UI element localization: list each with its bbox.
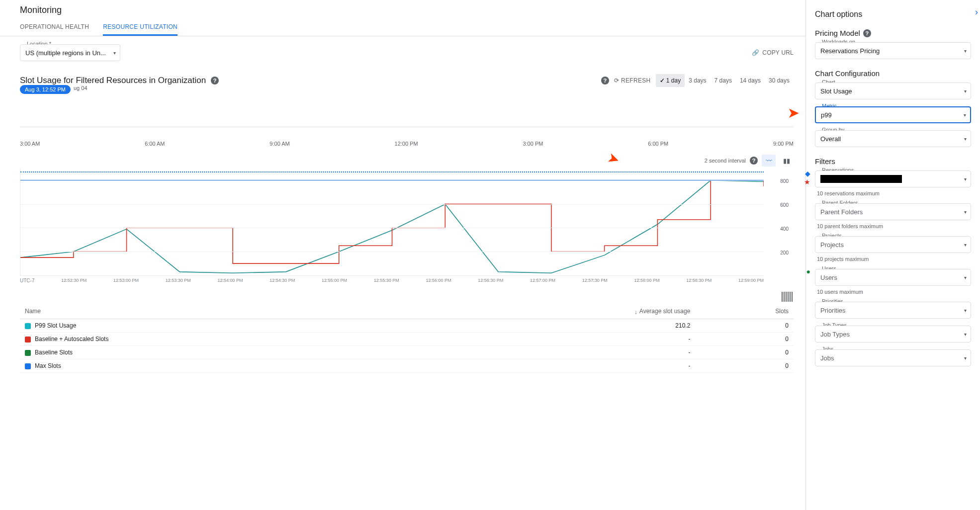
range-14days[interactable]: 14 days bbox=[736, 74, 765, 87]
series-swatch bbox=[25, 363, 31, 369]
legend-table: Name↓Average slot usageSlots P99 Slot Us… bbox=[20, 304, 794, 373]
line-chart-button[interactable]: 〰 bbox=[762, 155, 776, 167]
filter-jobs[interactable]: JobsJobs bbox=[815, 349, 971, 366]
line-chart-icon: 〰 bbox=[766, 157, 772, 165]
col-average-slot-usage[interactable]: ↓Average slot usage bbox=[417, 304, 696, 319]
filter-projects[interactable]: ProjectsProjects bbox=[815, 236, 971, 253]
page-title: Monitoring bbox=[0, 0, 805, 19]
chart-config-heading: Chart Configuration bbox=[815, 69, 971, 78]
timeline-ticks: 3:00 AM6:00 AM9:00 AM12:00 PM3:00 PM6:00… bbox=[20, 141, 794, 147]
link-icon: 🔗 bbox=[752, 49, 759, 56]
column-settings-button[interactable] bbox=[782, 292, 794, 302]
filter-reservations[interactable]: Reservations bbox=[815, 170, 971, 187]
tab-resource-utilization[interactable]: RESOURCE UTILIZATION bbox=[103, 19, 178, 36]
help-icon[interactable]: ? bbox=[863, 29, 871, 37]
filter-job-types[interactable]: Job TypesJob Types bbox=[815, 326, 971, 342]
copy-url-button[interactable]: 🔗 COPY URL bbox=[752, 49, 794, 56]
range-30days[interactable]: 30 days bbox=[765, 74, 794, 87]
date-label: ug 04 bbox=[74, 85, 88, 91]
pricing-model-heading: Pricing Model? bbox=[815, 29, 971, 37]
help-icon[interactable]: ? bbox=[601, 77, 609, 85]
filters-heading: Filters bbox=[815, 157, 971, 166]
filter-parent-folders[interactable]: Parent FoldersParent Folders bbox=[815, 203, 971, 220]
col-slots[interactable]: Slots bbox=[695, 304, 794, 319]
location-value[interactable]: US (multiple regions in Un... bbox=[20, 44, 120, 61]
range-3days[interactable]: 3 days bbox=[685, 74, 710, 87]
series-swatch bbox=[25, 323, 31, 329]
filter-users[interactable]: UsersUsers bbox=[815, 269, 971, 286]
interval-label: 2 second interval bbox=[705, 158, 746, 164]
legend-row[interactable]: Baseline + Autoscaled Slots-0 bbox=[20, 333, 794, 346]
legend-row[interactable]: Baseline Slots-0 bbox=[20, 346, 794, 359]
legend-row[interactable]: P99 Slot Usage210.20 bbox=[20, 319, 794, 333]
filter-priorities[interactable]: PrioritiesPriorities bbox=[815, 302, 971, 319]
side-header: Chart options bbox=[815, 10, 971, 19]
timeline-slider[interactable] bbox=[20, 127, 794, 137]
tab-operational-health[interactable]: OPERATIONAL HEALTH bbox=[20, 19, 89, 36]
annotation-arrow-icon: ➤ bbox=[606, 149, 622, 169]
series-swatch bbox=[25, 350, 31, 356]
metric-select[interactable]: Metric p99 bbox=[815, 106, 971, 123]
range-7days[interactable]: 7 days bbox=[711, 74, 736, 87]
bar-chart-button[interactable]: ▮▮ bbox=[780, 155, 794, 167]
refresh-button[interactable]: ⟳ REFRESH bbox=[614, 77, 651, 84]
series-swatch bbox=[25, 337, 31, 342]
location-select[interactable]: Location * US (multiple regions in Un... bbox=[20, 44, 120, 61]
help-icon[interactable]: ? bbox=[750, 157, 758, 165]
collapse-panel-button[interactable]: › bbox=[975, 7, 978, 17]
col-name[interactable]: Name bbox=[20, 304, 417, 319]
workloads-select[interactable]: Workloads on Reservations Pricing bbox=[815, 42, 971, 59]
refresh-icon: ⟳ bbox=[614, 77, 619, 84]
groupby-select[interactable]: Group by Overall bbox=[815, 130, 971, 147]
bar-chart-icon: ▮▮ bbox=[783, 157, 790, 165]
range-1day[interactable]: 1 day bbox=[656, 74, 685, 87]
legend-row[interactable]: Max Slots-0 bbox=[20, 359, 794, 373]
chart-title: Slot Usage for Filtered Resources in Org… bbox=[20, 76, 206, 85]
time-chip: Aug 3, 12:52 PM bbox=[20, 85, 71, 94]
slot-usage-chart[interactable]: ◆ ★ ● 200400600800 UTC-712:52:30 PM12:53… bbox=[20, 169, 794, 288]
chart-select[interactable]: Chart Slot Usage bbox=[815, 83, 971, 99]
help-icon[interactable]: ? bbox=[211, 77, 219, 85]
